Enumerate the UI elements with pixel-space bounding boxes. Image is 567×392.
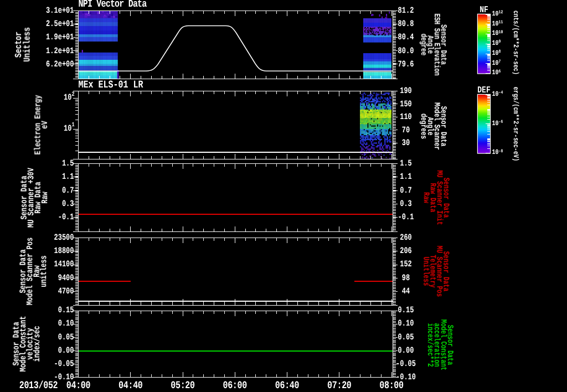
svg-text:4700: 4700 xyxy=(58,286,74,296)
svg-text:110: 110 xyxy=(400,112,412,122)
svg-text:206: 206 xyxy=(400,246,412,256)
svg-text:80.4: 80.4 xyxy=(398,33,414,43)
svg-text:NPI Vector Data: NPI Vector Data xyxy=(79,0,147,10)
svg-text:70: 70 xyxy=(402,125,410,135)
svg-text:Raw: Raw xyxy=(40,191,50,203)
svg-text:degrees: degrees xyxy=(419,114,427,139)
svg-text:0.15: 0.15 xyxy=(58,305,74,315)
svg-text:08:00: 08:00 xyxy=(379,380,404,391)
svg-text:-0.05: -0.05 xyxy=(396,359,416,369)
svg-text:Raw: Raw xyxy=(421,192,430,203)
svg-text:3.1e+01: 3.1e+01 xyxy=(46,6,74,16)
svg-text:152: 152 xyxy=(400,259,412,269)
svg-text:0.05: 0.05 xyxy=(58,332,74,342)
svg-text:6.2e+00: 6.2e+00 xyxy=(46,59,74,69)
svg-text:0.05: 0.05 xyxy=(398,332,414,342)
svg-text:-0.1: -0.1 xyxy=(398,212,414,222)
svg-text:18800: 18800 xyxy=(54,246,74,256)
svg-text:79.6: 79.6 xyxy=(398,59,414,69)
svg-text:1.9e+01: 1.9e+01 xyxy=(46,33,74,43)
svg-text:06:40: 06:40 xyxy=(275,380,300,391)
svg-text:80.0: 80.0 xyxy=(398,46,414,56)
svg-text:14100: 14100 xyxy=(54,259,74,269)
svg-text:degree: degree xyxy=(419,34,427,56)
svg-text:04:40: 04:40 xyxy=(118,380,143,391)
svg-text:260: 260 xyxy=(400,233,412,243)
svg-text:0.10: 0.10 xyxy=(398,319,414,329)
svg-text:9400: 9400 xyxy=(58,273,74,283)
svg-text:0.7: 0.7 xyxy=(400,185,412,195)
svg-text:MEx ELS-01 LR: MEx ELS-01 LR xyxy=(79,79,143,91)
svg-text:0.7: 0.7 xyxy=(62,185,74,195)
svg-text:0.10: 0.10 xyxy=(58,319,74,329)
svg-text:30: 30 xyxy=(402,138,410,148)
svg-text:05:20: 05:20 xyxy=(171,380,195,391)
svg-text:1.5: 1.5 xyxy=(62,158,74,168)
svg-text:06:00: 06:00 xyxy=(223,380,247,391)
svg-text:98: 98 xyxy=(402,273,410,283)
svg-text:ergs/(cm**2-sr-sec-eV): ergs/(cm**2-sr-sec-eV) xyxy=(511,87,520,162)
svg-text:-0.05: -0.05 xyxy=(54,359,74,369)
svg-text:81.2: 81.2 xyxy=(398,6,414,16)
svg-text:eV: eV xyxy=(40,121,50,129)
svg-text:0.00: 0.00 xyxy=(58,345,74,355)
svg-text:80.8: 80.8 xyxy=(398,19,414,29)
svg-text:0.15: 0.15 xyxy=(398,305,414,315)
svg-text:-0.1: -0.1 xyxy=(58,212,74,222)
svg-text:1.1: 1.1 xyxy=(400,172,412,182)
svg-text:unitless: unitless xyxy=(39,255,49,287)
svg-text:index/sec: index/sec xyxy=(32,326,42,362)
svg-text:1.5: 1.5 xyxy=(400,158,412,168)
svg-text:04:00: 04:00 xyxy=(66,380,91,391)
svg-text:07:20: 07:20 xyxy=(327,380,352,391)
svg-text:cnts/(cm**2-sr-sec): cnts/(cm**2-sr-sec) xyxy=(511,11,520,75)
svg-text:0.3: 0.3 xyxy=(62,199,74,209)
svg-text:2.5e+01: 2.5e+01 xyxy=(46,19,74,29)
svg-text:150: 150 xyxy=(400,99,412,109)
svg-text:Unitless: Unitless xyxy=(421,257,430,286)
svg-text:DEF: DEF xyxy=(477,85,491,95)
svg-text:44: 44 xyxy=(402,286,410,296)
svg-text:NF: NF xyxy=(480,4,488,15)
svg-text:190: 190 xyxy=(400,86,412,96)
svg-text:0.3: 0.3 xyxy=(400,199,412,209)
svg-text:incex/sec**2: incex/sec**2 xyxy=(425,323,434,367)
svg-text:2013/052: 2013/052 xyxy=(19,380,58,391)
svg-text:1.2e+01: 1.2e+01 xyxy=(46,46,74,56)
svg-text:23500: 23500 xyxy=(54,233,74,243)
svg-text:Unitless: Unitless xyxy=(22,27,33,62)
svg-text:0.00: 0.00 xyxy=(398,345,414,355)
svg-text:1.1: 1.1 xyxy=(62,172,74,182)
